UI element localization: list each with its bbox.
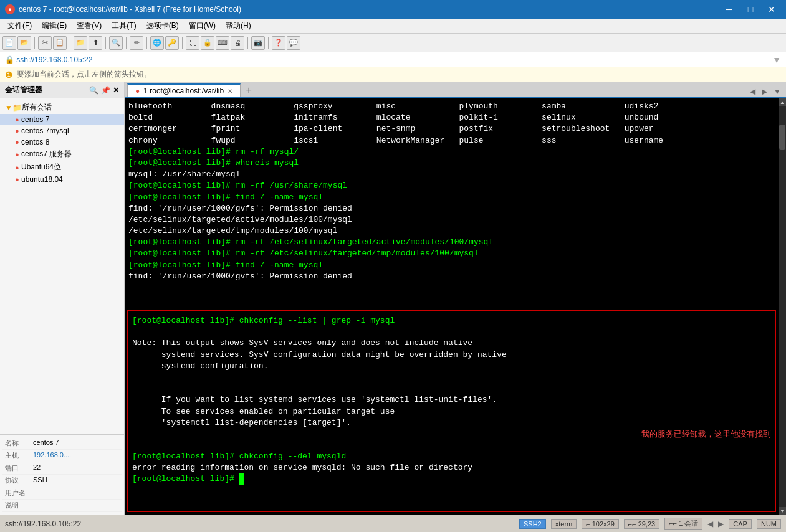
tab-nav: ◀ ▶ ▼ (747, 86, 784, 97)
xftp-button[interactable]: 🌐 (150, 36, 164, 50)
menu-window[interactable]: 窗口(W) (184, 19, 221, 32)
address-dropdown-icon[interactable]: ▼ (772, 55, 781, 65)
highlight-line-8: If you want to list systemd services use… (132, 394, 771, 406)
terminal-with-scroll: bluetooth dnsmasq gssproxy misc plymouth… (125, 98, 786, 515)
scroll-up-button[interactable]: ▲ (779, 98, 786, 106)
folder-icon-root: 📁 (12, 103, 22, 112)
menu-edit[interactable]: 编辑(E) (37, 19, 72, 32)
highlight-line-1: [root@localhost lib]# chkconfig --list |… (132, 315, 771, 326)
chat-button[interactable]: 💬 (287, 36, 300, 50)
help-button[interactable]: ❓ (272, 36, 285, 50)
tab-dot: ● (135, 87, 140, 95)
copy-button[interactable]: 📋 (53, 36, 67, 50)
search-button[interactable]: 🔍 (109, 36, 123, 50)
session-icon-centos7: ● (15, 116, 19, 123)
term-line-15: [root@localhost lib]# find / -name mysql (128, 260, 775, 271)
keyboard-button[interactable]: ⌨ (216, 36, 229, 50)
sftp-button[interactable]: ⬆ (89, 36, 102, 50)
info-label-host: 主机 (5, 451, 33, 460)
tree-node-centos8[interactable]: ● centos 8 (0, 136, 124, 148)
tree-node-centos7server[interactable]: ● centos7 服务器 (0, 148, 124, 161)
tree-item-centos7mysql: centos 7mysql (21, 126, 69, 135)
highlight-line-5: systemd configuration. (132, 361, 771, 372)
info-value-name: centos 7 (33, 439, 119, 448)
print-button[interactable]: 🖨 (231, 36, 244, 50)
term-line-6: [root@localhost lib]# whereis mysql (128, 158, 775, 169)
term-line-1: bluetooth dnsmasq gssproxy misc plymouth… (128, 101, 775, 112)
session-tree: ▼ 📁 所有会话 ● centos 7 ● centos 7mysql ● ce… (0, 98, 124, 434)
session-search-icon[interactable]: 🔍 (89, 86, 98, 95)
tab-active[interactable]: ● 1 root@localhost:/var/lib ✕ (127, 83, 241, 97)
cut-button[interactable]: ✂ (38, 36, 52, 50)
highlight-line-4: systemd services. SysV configuration dat… (132, 349, 771, 361)
status-right: SSH2 xterm ⌐ 102x29 ⌐⌐ 29,23 ⌐⌐ 1 会话 ◀ ▶… (519, 518, 781, 530)
session-pin-icon[interactable]: 📌 (101, 86, 110, 95)
session-panel-header: 会话管理器 🔍 📌 ✕ (0, 82, 124, 98)
close-button[interactable]: ✕ (762, 3, 781, 16)
toolbar-separator-4 (126, 37, 127, 49)
open-button[interactable]: 📂 (17, 36, 31, 50)
tree-node-centos7mysql[interactable]: ● centos 7mysql (0, 125, 124, 136)
session-icon-ubuntu1804: ● (15, 176, 19, 183)
tab-add-button[interactable]: + (242, 83, 256, 97)
scroll-down-button[interactable]: ▼ (779, 507, 786, 515)
status-xterm: xterm (551, 519, 577, 529)
maximize-button[interactable]: □ (741, 3, 760, 16)
term-line-11: /etc/selinux/targeted/active/modules/100… (128, 214, 775, 226)
menu-help[interactable]: 帮助(H) (221, 19, 256, 32)
session-close-icon[interactable]: ✕ (113, 86, 119, 95)
lock-button[interactable]: 🔒 (201, 36, 214, 50)
main-area: 会话管理器 🔍 📌 ✕ ▼ 📁 所有会话 ● centos 7 ● centos… (0, 82, 786, 515)
info-value-port: 22 (33, 463, 119, 473)
menu-view[interactable]: 查看(V) (72, 19, 107, 32)
status-bar: ssh://192.168.0.105:22 SSH2 xterm ⌐ 102x… (0, 515, 786, 532)
info-text: 要添加当前会话，点击左侧的箭头按钮。 (17, 69, 151, 80)
highlight-line-10: 'systemctl list-dependencies [target]'. (132, 417, 771, 429)
tab-nav-down[interactable]: ▼ (771, 86, 784, 97)
window-controls[interactable]: ─ □ ✕ (720, 3, 781, 16)
tree-node-root[interactable]: ▼ 📁 所有会话 (0, 101, 124, 114)
toolbar-separator-5 (146, 37, 147, 49)
terminal-content[interactable]: bluetooth dnsmasq gssproxy misc plymouth… (125, 98, 779, 515)
tree-node-centos7[interactable]: ● centos 7 (0, 114, 124, 125)
info-row-port: 端口 22 (2, 462, 122, 475)
menu-file[interactable]: 文件(F) (2, 19, 37, 32)
info-value-username (33, 488, 119, 498)
info-row-host: 主机 192.168.0.... (2, 450, 122, 462)
window-title: centos 7 - root@localhost:/var/lib - Xsh… (19, 5, 241, 14)
highlight-line-6 (132, 372, 771, 383)
info-row-note: 说明 (2, 500, 122, 512)
xagent-button[interactable]: 🔑 (165, 36, 179, 50)
info-bar: ❶ 要添加当前会话，点击左侧的箭头按钮。 (0, 67, 786, 82)
highlight-line-2 (132, 326, 771, 338)
screenshot-button[interactable]: 📷 (251, 36, 265, 50)
scroll-thumb[interactable] (779, 125, 785, 150)
fullscreen-button[interactable]: ⛶ (186, 36, 199, 50)
new-session-button[interactable]: 📄 (2, 36, 16, 50)
tab-nav-right[interactable]: ▶ (759, 86, 770, 97)
minimize-button[interactable]: ─ (720, 3, 739, 16)
menu-tabs[interactable]: 选项卡(B) (141, 19, 184, 32)
menu-tools[interactable]: 工具(T) (107, 19, 141, 32)
session-panel: 会话管理器 🔍 📌 ✕ ▼ 📁 所有会话 ● centos 7 ● centos… (0, 82, 125, 515)
status-nav-left[interactable]: ◀ (707, 520, 713, 528)
status-nav-right[interactable]: ▶ (718, 520, 724, 528)
terminal-highlight-box: [root@localhost lib]# chkconfig --list |… (127, 310, 776, 512)
tree-node-ubuntu1804[interactable]: ● ubuntu18.04 (0, 174, 124, 185)
highlight-line-3: Note: This output shows SysV services on… (132, 338, 771, 349)
compose-button[interactable]: ✏ (130, 36, 143, 50)
tab-close-icon[interactable]: ✕ (228, 88, 232, 95)
highlight-line-13: error reading information on service mys… (132, 462, 771, 473)
tab-label: 1 root@localhost:/var/lib (143, 87, 224, 95)
info-value-host: 192.168.0.... (33, 451, 119, 460)
tree-root-label: 所有会话 (22, 102, 52, 113)
tree-node-ubantu64[interactable]: ● Ubantu64位 (0, 161, 124, 174)
tab-nav-left[interactable]: ◀ (747, 86, 758, 97)
toolbar-separator-8 (268, 37, 269, 49)
session-info: 名称 centos 7 主机 192.168.0.... 端口 22 协议 SS… (0, 434, 124, 515)
status-num: NUM (757, 519, 781, 529)
transfer-button[interactable]: 📁 (74, 36, 87, 50)
terminal-scrollbar[interactable]: ▲ ▼ (779, 98, 786, 515)
info-label-name: 名称 (5, 439, 33, 448)
highlight-line-12: [root@localhost lib]# chkconfig --del my… (132, 451, 771, 462)
